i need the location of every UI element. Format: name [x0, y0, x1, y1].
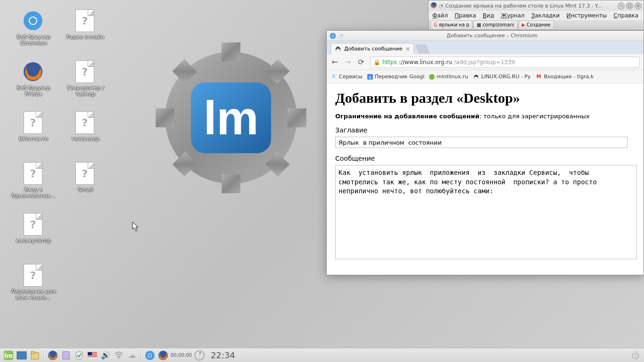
svg-rect-4	[288, 108, 306, 127]
chromium-toolbar: ← → ⟳ 🔒 https://www.linux.org.ru/add.jsp…	[327, 54, 644, 70]
taskbar: lm 🔊 ☁ 00:00:00 22:34 ⏻	[0, 348, 644, 362]
svg-rect-7	[173, 59, 197, 84]
menu-help[interactable]: Справка	[613, 12, 638, 19]
firefox-icon	[22, 60, 44, 83]
svg-rect-2	[222, 174, 240, 193]
svg-rect-8	[265, 152, 289, 176]
svg-rect-1	[222, 42, 240, 61]
wifi-indicator[interactable]	[113, 350, 124, 361]
svg-text:lm: lm	[4, 352, 13, 359]
language-indicator[interactable]	[87, 350, 98, 361]
desktop-icon-timer[interactable]: ? Секундомер / таймер	[61, 60, 108, 97]
desktop-icon-chromium[interactable]: Веб-браузер Chromium	[9, 9, 57, 46]
mouse-cursor	[132, 222, 140, 232]
taskbar-files-button[interactable]	[60, 350, 72, 361]
mint-icon	[429, 74, 435, 80]
menu-file[interactable]: Файл	[432, 12, 448, 19]
firefox-tabs: Gярлыки на р ▦compizomani ▶Создание	[429, 20, 644, 29]
desktop-icon-gmail[interactable]: ? Gmail	[61, 162, 108, 193]
cpu-indicator[interactable]	[194, 350, 205, 361]
taskbar-chromium-button[interactable]	[144, 350, 156, 361]
document-icon: ?	[74, 60, 96, 83]
firefox-tab[interactable]: Gярлыки на р	[430, 20, 472, 29]
svg-point-33	[118, 357, 120, 358]
bookmark-item[interactable]: LINUX.ORG.RU - Ру	[473, 74, 531, 80]
title-input[interactable]	[335, 137, 627, 148]
svg-point-25	[474, 76, 478, 80]
page-content: Добавить в раздел «Desktop» Ограничение …	[327, 83, 644, 275]
document-icon: ?	[74, 111, 96, 134]
close-button[interactable]: ×	[635, 2, 642, 9]
window-inactive-icon: ◔	[339, 33, 344, 39]
logout-button[interactable]: ⏻	[630, 350, 641, 361]
svg-point-36	[149, 354, 151, 357]
firefox-tab[interactable]: ▶Создание	[519, 20, 554, 29]
taskbar-firefox-running[interactable]	[157, 350, 169, 361]
new-tab-button[interactable]	[416, 45, 429, 53]
desktop-icon-calculator[interactable]: ? калькулятор	[9, 213, 57, 244]
menu-edit[interactable]: Правка	[454, 12, 476, 19]
taskbar-separator	[43, 351, 44, 360]
svg-point-23	[338, 49, 339, 49]
firefox-menubar: Файл Правка Вид Журнал Закладки Инструме…	[429, 11, 644, 20]
bookmark-item[interactable]: mintlinux.ru	[429, 74, 468, 80]
menu-history[interactable]: Журнал	[501, 12, 525, 19]
desktop-icon-radio[interactable]: ? Радио онлайн	[61, 9, 108, 40]
svg-point-18	[332, 35, 334, 37]
firefox-titlebar[interactable]: ◔ Создание ярлыка на рабочем столе в Lin…	[429, 0, 644, 11]
desktop-icon-translator[interactable]: ? Переводчик для всех языко…	[9, 264, 57, 301]
show-desktop-button[interactable]	[16, 350, 27, 361]
menu-tools[interactable]: Инструменты	[566, 12, 607, 19]
svg-rect-32	[63, 352, 69, 359]
start-menu-button[interactable]: lm	[3, 350, 14, 361]
menu-bookmarks[interactable]: Закладки	[531, 12, 560, 19]
document-icon: ?	[22, 213, 44, 236]
taskbar-firefox-button[interactable]	[47, 350, 58, 361]
lock-icon: 🔒	[373, 59, 380, 66]
tab-close-button[interactable]: ×	[405, 45, 410, 52]
bookmark-item[interactable]: M Входящие - tigra.k	[536, 74, 594, 80]
desktop-icon-odnoklassniki[interactable]: ? Вход в Одноклассник…	[9, 162, 57, 199]
wallpaper-logo: lm	[141, 42, 321, 193]
forward-button[interactable]: →	[344, 58, 352, 66]
chromium-icon	[330, 33, 336, 39]
minimize-button[interactable]: –	[618, 2, 625, 9]
message-textarea[interactable]: Как установить ярлык приложения из закла…	[335, 165, 637, 259]
desktop-icon-firefox[interactable]: Веб-браузер Firefox	[9, 60, 57, 97]
file-manager-button[interactable]	[29, 350, 41, 361]
bookmarks-bar: ⠿ Сервисы g Переводчик Googl mintlinux.r…	[327, 70, 644, 83]
svg-rect-30	[31, 352, 35, 354]
clock[interactable]: 22:34	[211, 350, 235, 360]
bookmark-item[interactable]: g Переводчик Googl	[367, 74, 424, 80]
message-label: Сообщение	[335, 155, 635, 162]
menu-view[interactable]: Вид	[483, 12, 494, 19]
browser-tab[interactable]: Добавить сообщение ×	[330, 43, 414, 54]
svg-point-22	[339, 48, 339, 49]
taskbar-shield-button[interactable]	[74, 350, 85, 361]
firefox-tab[interactable]: ▦compizomani	[473, 20, 517, 29]
volume-indicator[interactable]: 🔊	[100, 350, 111, 361]
svg-point-21	[337, 48, 338, 49]
gmail-icon: M	[536, 74, 542, 80]
svg-rect-3	[156, 108, 174, 127]
tux-icon	[473, 74, 479, 80]
bookmark-item[interactable]: ⠿ Сервисы	[330, 74, 363, 80]
chromium-window[interactable]: ◔ Добавить сообщение – Chromium Добавить…	[326, 30, 644, 275]
svg-point-0	[165, 52, 297, 184]
apps-icon: ⠿	[330, 74, 337, 80]
firefox-window[interactable]: ◔ Создание ярлыка на рабочем столе в Lin…	[428, 0, 644, 30]
chromium-titlebar[interactable]: ◔ Добавить сообщение – Chromium	[327, 31, 644, 41]
address-bar[interactable]: 🔒 https://www.linux.org.ru/add.jsp?group…	[370, 57, 640, 68]
weather-indicator[interactable]: ☁	[126, 350, 138, 361]
page-heading: Добавить в раздел «Desktop»	[335, 90, 635, 106]
title-label: Заглавие	[335, 126, 635, 134]
desktop-icon-vk[interactable]: ? ВКонтакте	[9, 111, 57, 142]
desktop-icon-tv[interactable]: ? телевизор	[61, 111, 108, 142]
maximize-button[interactable]: ▢	[626, 2, 633, 9]
reload-button[interactable]: ⟳	[357, 58, 365, 66]
firefox-icon	[430, 2, 437, 10]
google-icon: g	[367, 74, 373, 80]
taskbar-separator	[140, 351, 141, 360]
back-button[interactable]: ←	[330, 58, 339, 66]
timer-display: 00:00:00	[171, 353, 192, 358]
